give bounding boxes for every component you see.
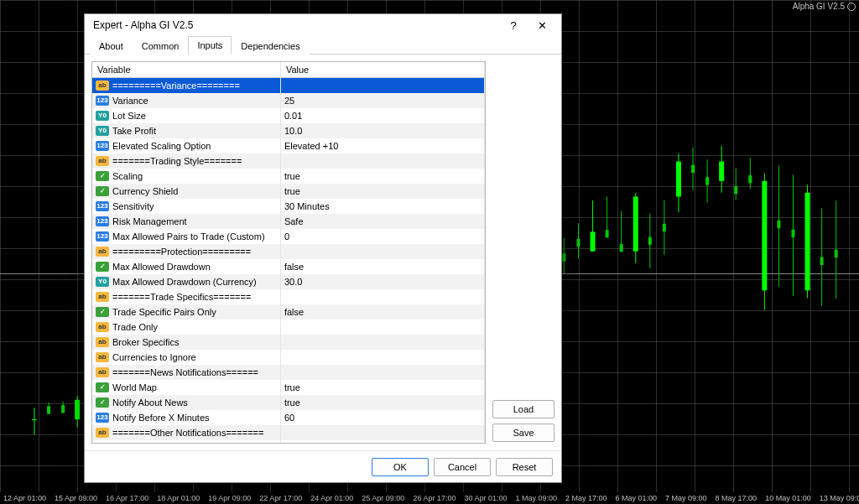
ab-type-icon: ab bbox=[96, 247, 109, 257]
input-row[interactable]: 123Notify Before X Minutes60 bbox=[92, 410, 485, 425]
input-row[interactable]: Y0Take Profit10.0 bbox=[92, 123, 485, 138]
value-cell[interactable]: true bbox=[280, 380, 484, 395]
tab-inputs[interactable]: Inputs bbox=[188, 36, 232, 55]
dialog-footer: OK Cancel Reset bbox=[85, 450, 561, 482]
col-value[interactable]: Value bbox=[280, 62, 484, 78]
variable-label: Trade Specific Pairs Only bbox=[112, 307, 216, 317]
variable-label: Notify About News bbox=[112, 397, 188, 408]
variable-label: =========Protection========= bbox=[112, 247, 251, 257]
time-tick: 26 Apr 17:00 bbox=[413, 494, 456, 502]
value-cell[interactable] bbox=[280, 320, 484, 335]
chk-type-icon: ✓ bbox=[96, 397, 109, 408]
value-cell[interactable] bbox=[280, 289, 484, 304]
value-cell[interactable]: 10.0 bbox=[280, 123, 484, 138]
value-cell[interactable]: false bbox=[280, 304, 484, 320]
value-cell[interactable] bbox=[280, 350, 484, 365]
input-row[interactable]: ✓Scalingtrue bbox=[92, 169, 485, 184]
svg-rect-83 bbox=[620, 244, 623, 252]
variable-label: Trade Only bbox=[112, 322, 158, 332]
inputs-grid[interactable]: Variable Value ab=========Variance======… bbox=[91, 61, 486, 444]
reset-button[interactable]: Reset bbox=[496, 458, 553, 476]
variable-label: Risk Management bbox=[112, 216, 187, 226]
col-variable[interactable]: Variable bbox=[92, 62, 280, 78]
input-row[interactable]: ✓Trade Specific Pairs Onlyfalse bbox=[92, 304, 485, 320]
value-cell[interactable] bbox=[280, 365, 484, 380]
svg-rect-103 bbox=[762, 181, 767, 290]
value-cell[interactable]: 0 bbox=[280, 229, 484, 244]
save-button[interactable]: Save bbox=[492, 423, 554, 442]
time-tick: 12 Apr 01:00 bbox=[3, 494, 46, 502]
value-cell[interactable] bbox=[280, 78, 484, 93]
input-row[interactable]: Y0Max Allowed Drawdown (Currency)30.0 bbox=[92, 274, 485, 289]
input-row[interactable]: ab=========Variance======== bbox=[92, 78, 485, 93]
variable-label: Currencies to Ignore bbox=[112, 352, 196, 362]
value-cell[interactable]: true bbox=[280, 184, 484, 199]
svg-rect-111 bbox=[820, 257, 824, 265]
value-cell[interactable]: 25 bbox=[280, 93, 484, 108]
input-row[interactable]: ✓Other Notificationsfalse bbox=[92, 440, 485, 444]
dialog-tabs: AboutCommonInputsDependencies bbox=[85, 36, 561, 55]
chk-type-icon: ✓ bbox=[96, 186, 109, 196]
ab-type-icon: ab bbox=[96, 81, 109, 91]
input-row[interactable]: ab=======Other Notifications======= bbox=[92, 425, 485, 440]
input-row[interactable]: ✓Notify About Newstrue bbox=[92, 395, 485, 410]
input-row[interactable]: ab=========Protection========= bbox=[92, 244, 485, 259]
value-cell[interactable] bbox=[280, 425, 484, 440]
input-row[interactable]: abCurrencies to Ignore bbox=[92, 350, 485, 365]
tab-common[interactable]: Common bbox=[133, 37, 189, 55]
load-button[interactable]: Load bbox=[492, 400, 554, 418]
value-cell[interactable]: true bbox=[280, 169, 484, 184]
cancel-button[interactable]: Cancel bbox=[434, 458, 491, 476]
value-cell[interactable]: 30.0 bbox=[280, 274, 484, 289]
input-row[interactable]: abTrade Only bbox=[92, 320, 485, 335]
value-cell[interactable]: 0.01 bbox=[280, 108, 484, 123]
dialog-title: Expert - Alpha GI V2.5 bbox=[93, 19, 499, 31]
tab-dependencies[interactable]: Dependencies bbox=[232, 37, 309, 55]
help-button[interactable]: ? bbox=[499, 16, 528, 34]
input-row[interactable]: 123Risk ManagementSafe bbox=[92, 214, 485, 229]
svg-rect-105 bbox=[777, 221, 780, 228]
input-row[interactable]: ✓Max Allowed Drawdownfalse bbox=[92, 259, 485, 274]
value-cell[interactable]: false bbox=[280, 259, 484, 274]
input-row[interactable]: 123Max Allowed Pairs to Trade (Custom)0 bbox=[92, 229, 485, 244]
tab-about[interactable]: About bbox=[90, 37, 133, 55]
variable-label: Max Allowed Drawdown (Currency) bbox=[112, 277, 257, 287]
input-row[interactable]: ✓Currency Shieldtrue bbox=[92, 184, 485, 199]
value-cell[interactable]: Safe bbox=[280, 214, 484, 229]
value-cell[interactable]: Elevated +10 bbox=[280, 138, 484, 153]
svg-rect-109 bbox=[805, 193, 810, 290]
variable-label: Max Allowed Drawdown bbox=[112, 262, 211, 272]
value-cell[interactable] bbox=[280, 244, 484, 259]
dialog-titlebar[interactable]: Expert - Alpha GI V2.5 ? ✕ bbox=[85, 14, 561, 36]
ab-type-icon: ab bbox=[96, 337, 109, 347]
expert-dialog: Expert - Alpha GI V2.5 ? ✕ AboutCommonIn… bbox=[84, 13, 562, 483]
chk-type-icon: ✓ bbox=[96, 307, 109, 317]
input-row[interactable]: ✓World Maptrue bbox=[92, 380, 485, 395]
input-row[interactable]: abBroker Specifics bbox=[92, 335, 485, 350]
input-row[interactable]: 123Sensitivity30 Minutes bbox=[92, 199, 485, 214]
ok-button[interactable]: OK bbox=[372, 458, 429, 476]
chk-type-icon: ✓ bbox=[96, 262, 109, 272]
value-cell[interactable]: false bbox=[280, 440, 484, 444]
time-tick: 22 Apr 17:00 bbox=[259, 494, 302, 502]
input-row[interactable]: ab=======Trading Style======= bbox=[92, 153, 485, 169]
value-cell[interactable]: 60 bbox=[280, 410, 484, 425]
time-tick: 13 May 09:00 bbox=[820, 494, 859, 502]
close-button[interactable]: ✕ bbox=[528, 16, 556, 34]
input-row[interactable]: 123Variance25 bbox=[92, 93, 485, 108]
value-cell[interactable] bbox=[280, 153, 484, 169]
overlay-text: Alpha GI V2.5 bbox=[793, 2, 845, 11]
input-row[interactable]: ab=======News Notifications====== bbox=[92, 365, 485, 380]
variable-label: =======Trade Specifics======= bbox=[112, 292, 251, 302]
svg-rect-5 bbox=[61, 405, 65, 413]
input-row[interactable]: Y0Lot Size0.01 bbox=[92, 108, 485, 123]
side-buttons: Load Save bbox=[492, 61, 554, 444]
input-row[interactable]: ab=======Trade Specifics======= bbox=[92, 289, 485, 304]
value-cell[interactable] bbox=[280, 335, 484, 350]
input-row[interactable]: 123Elevated Scaling OptionElevated +10 bbox=[92, 138, 485, 153]
time-tick: 1 May 09:00 bbox=[515, 494, 557, 502]
value-cell[interactable]: 30 Minutes bbox=[280, 199, 484, 214]
value-cell[interactable]: true bbox=[280, 395, 484, 410]
time-tick: 18 Apr 01:00 bbox=[157, 494, 200, 502]
variable-label: Broker Specifics bbox=[112, 337, 179, 347]
